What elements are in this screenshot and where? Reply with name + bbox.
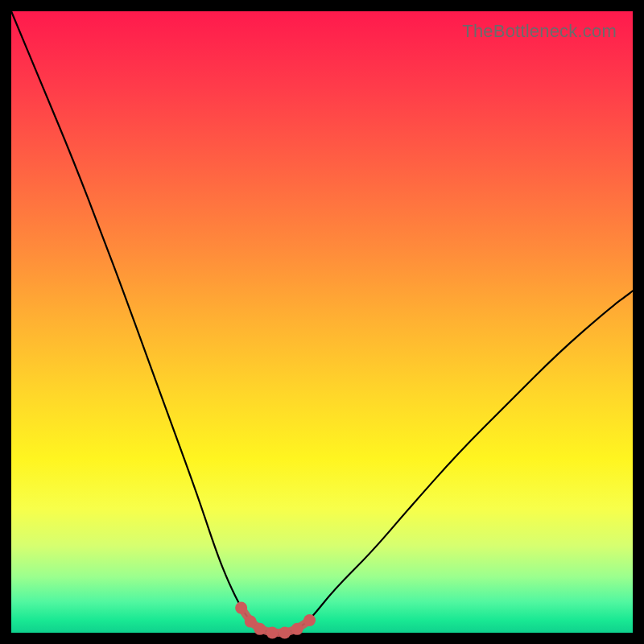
flat-bottom-marker — [254, 623, 266, 635]
flat-bottom-marker — [235, 602, 247, 614]
plot-area: TheBottleneck.com — [11, 11, 633, 633]
bottleneck-curve — [11, 11, 633, 633]
flat-bottom-marker — [279, 627, 291, 639]
curve-layer — [11, 11, 633, 633]
flat-bottom-marker — [266, 627, 279, 639]
flat-bottom-markers — [235, 602, 316, 639]
flat-bottom-marker — [291, 623, 303, 635]
flat-bottom-marker — [303, 614, 316, 626]
chart-frame: TheBottleneck.com — [0, 0, 644, 644]
